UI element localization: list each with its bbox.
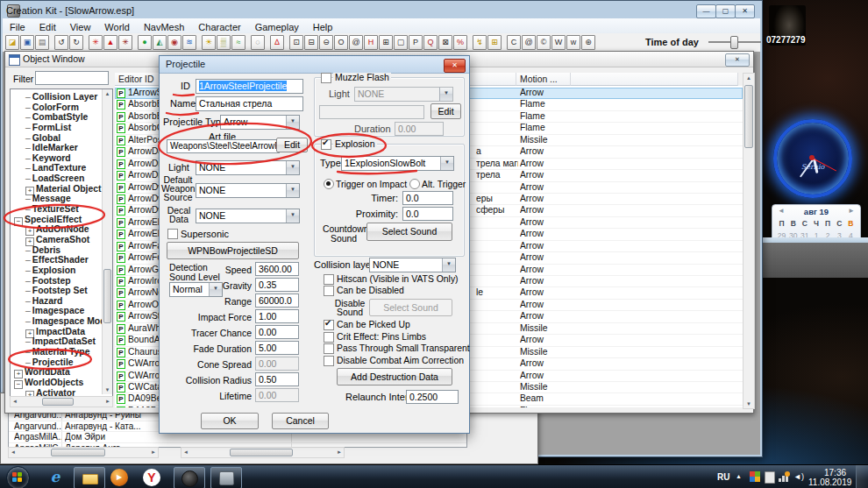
- tree-item-projectile[interactable]: –Projectile: [12, 357, 102, 368]
- pass-through-small-transparent-checkbox[interactable]: [324, 343, 334, 354]
- toolbar-button-5[interactable]: ↻: [69, 35, 83, 50]
- tray-clipboard-icon[interactable]: [765, 471, 775, 484]
- toolbar-button-31[interactable]: ⊞: [487, 35, 502, 50]
- calendar-next-icon[interactable]: ►: [848, 207, 855, 215]
- cell-view-hscrollbar-right[interactable]: ◄ ►: [181, 447, 345, 458]
- menu-edit[interactable]: Edit: [32, 20, 63, 32]
- toolbar-button-18[interactable]: ⊡: [289, 35, 303, 50]
- object-category-tree[interactable]: –Collision Layer–ColorForm–CombatStyle–F…: [10, 88, 113, 397]
- add-destruction-data-button[interactable]: Add Destruction Data: [337, 368, 452, 385]
- projectile-type-select[interactable]: Arrow▼: [220, 115, 300, 130]
- impact-force-input[interactable]: 1.00: [255, 309, 299, 323]
- tree-item-landtexture[interactable]: –LandTexture: [12, 163, 102, 173]
- tree-item-impactdataset[interactable]: –ImpactDataSet: [12, 336, 102, 347]
- menu-gameplay[interactable]: Gameplay: [248, 20, 306, 32]
- tree-item-worldobjects[interactable]: −WorldObjects: [12, 378, 102, 388]
- tree-item-footstep[interactable]: –Footstep: [12, 276, 102, 286]
- muzzle-flash-checkbox[interactable]: [321, 73, 331, 83]
- scroll-right-icon[interactable]: ►: [103, 397, 112, 407]
- toolbar-button-25[interactable]: ▢: [394, 35, 408, 50]
- art-file-edit-button[interactable]: Edit: [276, 138, 308, 152]
- gravity-input[interactable]: 0.35: [255, 278, 299, 292]
- taskbar-creation-kit-button[interactable]: [174, 467, 205, 488]
- timer-input[interactable]: 0.0: [402, 191, 453, 205]
- toolbar-button-15[interactable]: ≈: [231, 35, 245, 50]
- toolbar-button-27[interactable]: Q: [423, 35, 438, 50]
- crit-effect-pins-limbs-checkbox[interactable]: [324, 332, 334, 343]
- tree-item-addonnode[interactable]: +AddOnNode: [12, 224, 102, 235]
- toolbar-button-36[interactable]: w: [566, 35, 580, 50]
- dialog-titlebar[interactable]: Projectile: [160, 56, 469, 74]
- explosion-checkbox[interactable]: [321, 139, 331, 150]
- tree-item-material-type[interactable]: –Material Type: [12, 347, 102, 357]
- tray-date[interactable]: 11.08.2019: [808, 477, 851, 487]
- start-button[interactable]: [6, 466, 30, 488]
- ok-button[interactable]: OK: [201, 413, 259, 429]
- range-input[interactable]: 60000.0: [255, 294, 299, 308]
- menu-world[interactable]: World: [97, 20, 137, 32]
- tree-item-global[interactable]: –Global: [12, 133, 102, 144]
- toolbar-button-3[interactable]: ▤: [35, 35, 49, 50]
- scroll-right-icon[interactable]: ►: [335, 448, 344, 457]
- tree-item-idlemarker[interactable]: –IdleMarker: [12, 143, 102, 153]
- dialog-close-icon[interactable]: ✕: [444, 59, 466, 73]
- toolbar-button-29[interactable]: %: [453, 35, 467, 50]
- toolbar-button-30[interactable]: ↯: [473, 35, 487, 50]
- muzzle-light-select[interactable]: NONE▼: [354, 87, 453, 102]
- maximize-button[interactable]: ▢: [715, 4, 736, 18]
- hitscan-visible-in-vats-only--checkbox[interactable]: [324, 274, 334, 285]
- close-button[interactable]: ✕: [735, 4, 755, 18]
- toolbar-button-6[interactable]: ✳: [89, 35, 103, 50]
- taskbar-media-player-icon[interactable]: ▶: [110, 469, 128, 486]
- tree-item-imagespace[interactable]: –Imagespace: [12, 306, 102, 316]
- taskbar-ie-icon[interactable]: e: [46, 468, 65, 487]
- toolbar-button-21[interactable]: O: [334, 35, 348, 50]
- fade-duration-input[interactable]: 5.00: [255, 341, 299, 355]
- object-window-close-icon[interactable]: ✕: [725, 53, 750, 67]
- taskbar-yandex-icon[interactable]: Y: [143, 469, 160, 486]
- scroll-right-icon[interactable]: ►: [149, 448, 158, 457]
- id-input[interactable]: 1ArrowSteelProjectile: [196, 79, 303, 94]
- collision-layer-select[interactable]: NONE▼: [369, 258, 456, 272]
- cone-spread-input[interactable]: 0.00: [255, 357, 299, 371]
- column-header-motion[interactable]: Motion ...: [516, 73, 571, 86]
- name-input[interactable]: Стальная стрела: [196, 96, 303, 111]
- tree-item-imagespace-mod[interactable]: –Imagespace Mod: [12, 316, 102, 327]
- tray-antivirus-icon[interactable]: [750, 471, 760, 482]
- toolbar-button-11[interactable]: ◉: [167, 35, 181, 50]
- can-be-picked-up-checkbox[interactable]: [324, 320, 334, 330]
- alt-trigger-radio[interactable]: [409, 179, 420, 189]
- scroll-up-icon[interactable]: ▲: [743, 74, 754, 82]
- tree-item-material-object[interactable]: +Material Object: [12, 184, 102, 194]
- time-of-day-slider[interactable]: [730, 36, 738, 49]
- taskbar-explorer-button[interactable]: [74, 467, 105, 488]
- tray-time[interactable]: 17:36: [824, 468, 846, 477]
- toolbar-button-19[interactable]: ⊟: [304, 35, 318, 50]
- toolbar-button-17[interactable]: ∆: [270, 35, 284, 50]
- collision-radius-input[interactable]: 0.50: [255, 372, 299, 386]
- disable-combat-aim-correction-checkbox[interactable]: [324, 356, 334, 366]
- explosion-type-select[interactable]: 1ExplosionSlowBolt▼: [341, 156, 454, 171]
- speed-input[interactable]: 3600.00: [255, 262, 299, 276]
- tree-item-impactdata[interactable]: +ImpactData: [12, 327, 102, 337]
- toolbar-button-23[interactable]: H: [364, 35, 378, 50]
- tree-expand-icon[interactable]: −: [14, 217, 23, 226]
- scroll-down-icon[interactable]: ▼: [103, 385, 112, 394]
- tree-item-specialeffect[interactable]: −SpecialEffect: [12, 215, 102, 225]
- menu-navmesh[interactable]: NavMesh: [137, 20, 191, 32]
- menu-view[interactable]: View: [63, 20, 98, 32]
- toolbar-button-12[interactable]: ≋: [182, 35, 196, 50]
- tree-item-combatstyle[interactable]: –CombatStyle: [12, 112, 102, 123]
- toolbar-button-28[interactable]: ⊠: [438, 35, 452, 50]
- can-be-disabled-checkbox[interactable]: [324, 286, 334, 296]
- toolbar-button-34[interactable]: ©: [537, 35, 551, 50]
- scroll-down-icon[interactable]: ▼: [743, 400, 754, 408]
- lifetime-input[interactable]: 0.00: [255, 388, 299, 402]
- toolbar-button-22[interactable]: @: [349, 35, 363, 50]
- tree-item-keyword[interactable]: –Keyword: [12, 153, 102, 164]
- tree-item-explosion[interactable]: –Explosion: [12, 265, 102, 276]
- object-list-vscrollbar[interactable]: ▲ ▼: [743, 73, 755, 409]
- tree-item-collision-layer[interactable]: –Collision Layer: [12, 92, 102, 103]
- tree-item-effectshader[interactable]: –EffectShader: [12, 255, 102, 265]
- default-weapon-source-select[interactable]: NONE▼: [196, 183, 300, 198]
